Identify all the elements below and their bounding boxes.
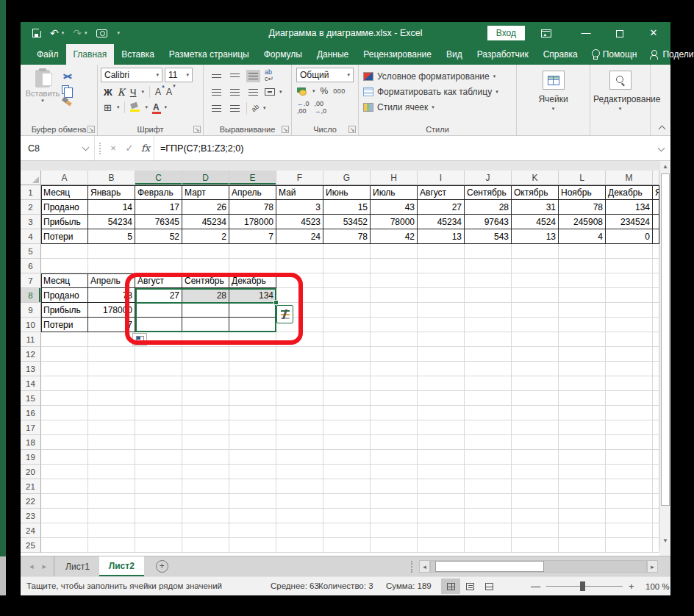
cell-H25[interactable] (371, 538, 418, 553)
cell-D15[interactable] (182, 391, 229, 406)
italic-button[interactable]: К (118, 87, 125, 98)
row-header-12[interactable]: 12 (21, 347, 41, 362)
cell-J2[interactable]: 28 (465, 200, 512, 215)
cell-B13[interactable] (88, 362, 135, 376)
cell-M8[interactable] (606, 288, 653, 303)
cell-L13[interactable] (559, 362, 606, 376)
cell-M19[interactable] (606, 450, 653, 465)
cell-F3[interactable]: 4523 (276, 215, 323, 229)
cell-D21[interactable] (182, 479, 229, 494)
cell-H21[interactable] (371, 479, 418, 494)
cell-G13[interactable] (323, 362, 371, 376)
cell-H19[interactable] (371, 450, 418, 465)
row-header-7[interactable]: 7 (21, 273, 41, 288)
font-name-select[interactable]: Calibri▾ (101, 68, 162, 82)
cell-B8[interactable]: 78 (88, 288, 135, 303)
cell-N17[interactable] (653, 420, 659, 435)
column-header-C[interactable]: C (135, 171, 182, 185)
cell-B24[interactable] (88, 523, 135, 538)
cell-G6[interactable] (323, 259, 371, 273)
cell-I18[interactable] (418, 435, 465, 450)
cell-C19[interactable] (135, 450, 182, 465)
cell-L7[interactable] (559, 273, 606, 288)
menu-tab-5[interactable]: Данные (310, 44, 356, 65)
cell-N7[interactable] (653, 273, 659, 288)
cell-M9[interactable] (606, 303, 653, 318)
cell-F15[interactable] (276, 391, 323, 406)
cell-G8[interactable] (323, 288, 371, 303)
align-bottom-button[interactable] (246, 70, 260, 82)
cell-M23[interactable] (606, 509, 653, 523)
cell-M6[interactable] (606, 259, 653, 273)
cell-C12[interactable] (135, 347, 182, 362)
cell-I3[interactable]: 45234 (418, 215, 465, 229)
cell-L18[interactable] (559, 435, 606, 450)
cell-D12[interactable] (182, 347, 229, 362)
cell-J9[interactable] (465, 303, 512, 318)
cell-E16[interactable] (229, 406, 276, 420)
cell-H16[interactable] (371, 406, 418, 420)
column-header-H[interactable]: H (371, 171, 418, 185)
redo-dropdown-icon[interactable]: ▾ (85, 30, 87, 36)
cell-A1[interactable]: Месяц (41, 185, 88, 200)
cell-E17[interactable] (229, 420, 276, 435)
cell-J16[interactable] (465, 406, 512, 420)
insert-function-icon[interactable]: fx (137, 136, 154, 160)
cell-F18[interactable] (276, 435, 323, 450)
cell-H6[interactable] (371, 259, 418, 273)
fill-color-icon[interactable] (130, 103, 140, 112)
row-header-3[interactable]: 3 (21, 215, 41, 229)
cell-B16[interactable] (88, 406, 135, 420)
cell-A7[interactable]: Месяц (41, 273, 88, 288)
cell-A5[interactable] (41, 244, 88, 259)
cell-N5[interactable] (653, 244, 659, 259)
cell-J20[interactable] (465, 465, 512, 479)
cell-K4[interactable]: 13 (512, 229, 559, 244)
cell-L4[interactable]: 4 (559, 229, 606, 244)
paste-button[interactable]: Вставить ▾ (24, 68, 62, 122)
cell-J15[interactable] (465, 391, 512, 406)
cell-D25[interactable] (182, 538, 229, 553)
quick-analysis-button[interactable] (276, 305, 293, 323)
horizontal-scroll-thumb[interactable] (435, 561, 544, 572)
row-header-5[interactable]: 5 (21, 244, 41, 259)
menu-tab-4[interactable]: Формулы (257, 44, 310, 65)
cell-K24[interactable] (512, 523, 559, 538)
cell-E14[interactable] (229, 376, 276, 391)
cell-N23[interactable] (653, 509, 659, 523)
cell-E3[interactable]: 178000 (229, 215, 276, 229)
cell-N6[interactable] (653, 259, 659, 273)
cell-F5[interactable] (276, 244, 323, 259)
cell-L20[interactable] (559, 465, 606, 479)
cell-D6[interactable] (182, 259, 229, 273)
cell-K21[interactable] (512, 479, 559, 494)
cell-A12[interactable] (41, 347, 88, 362)
cell-C7[interactable]: Август (135, 273, 182, 288)
cell-N3[interactable] (653, 215, 659, 229)
cell-J4[interactable]: 543 (465, 229, 512, 244)
column-header-N[interactable] (653, 171, 659, 185)
cell-A22[interactable] (41, 494, 88, 509)
cell-I8[interactable] (418, 288, 465, 303)
cell-F8[interactable] (276, 288, 323, 303)
cell-G9[interactable] (323, 303, 371, 318)
cell-M7[interactable] (606, 273, 653, 288)
cell-F6[interactable] (276, 259, 323, 273)
cell-H12[interactable] (371, 347, 418, 362)
cell-I24[interactable] (418, 523, 465, 538)
select-all-corner[interactable] (21, 171, 41, 185)
row-header-18[interactable]: 18 (21, 435, 41, 450)
cell-C2[interactable]: 17 (135, 200, 182, 215)
cell-M20[interactable] (606, 465, 653, 479)
cell-I6[interactable] (418, 259, 465, 273)
sheet-tab-0[interactable]: Лист1 (56, 556, 99, 576)
cell-G2[interactable]: 15 (323, 200, 371, 215)
alignment-dialog-launcher[interactable]: ↘ (282, 126, 289, 133)
cell-C17[interactable] (135, 420, 182, 435)
cell-A2[interactable]: Продано (41, 200, 88, 215)
row-header-19[interactable]: 19 (21, 450, 41, 465)
underline-button[interactable]: Ч (130, 87, 137, 98)
cell-K11[interactable] (512, 332, 559, 347)
cell-N15[interactable] (653, 391, 659, 406)
cell-N4[interactable] (653, 229, 659, 244)
